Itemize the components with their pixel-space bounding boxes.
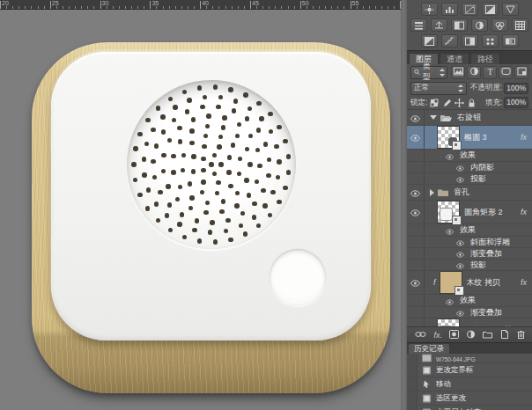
brightness-contrast-adjustment-button[interactable] (421, 3, 438, 16)
exposure-adjustment-button[interactable] (482, 3, 499, 16)
new-fill-adjustment-layer-button[interactable] (466, 330, 476, 340)
lock-all-icon[interactable] (467, 95, 477, 111)
color-lookup-adjustment-button[interactable] (512, 18, 528, 32)
effect-row[interactable]: 效果 (407, 150, 532, 162)
effect-row[interactable]: 效果 (407, 295, 532, 307)
expand-triangle-icon[interactable] (430, 189, 434, 196)
effect-row[interactable]: 渐变叠加 (407, 307, 532, 318)
icon-round-button (270, 249, 326, 305)
vibrance-adjustment-button[interactable] (502, 3, 519, 16)
threshold-adjustment-button[interactable] (462, 34, 478, 48)
grille-dot (175, 197, 180, 201)
layer-fx-badge[interactable]: fx (521, 326, 527, 326)
visibility-toggle[interactable] (407, 201, 425, 223)
levels-adjustment-button[interactable] (441, 3, 458, 16)
black-white-adjustment-button[interactable] (451, 18, 468, 32)
effect-row[interactable]: 投影 (407, 173, 532, 185)
visibility-toggle[interactable] (407, 318, 425, 326)
fill-value[interactable]: 100% (504, 97, 528, 108)
visibility-toggle[interactable] (407, 237, 425, 247)
history-row[interactable]: 更改定界框 (407, 363, 532, 377)
channel-mixer-adjustment-button[interactable] (491, 18, 508, 32)
visibility-toggle[interactable] (407, 150, 425, 161)
tab-通道[interactable]: 通道 (440, 53, 469, 64)
layer-fx-badge[interactable]: fx (521, 208, 527, 216)
tab-history[interactable]: 历史记录 (409, 344, 449, 354)
history-source-well[interactable] (407, 406, 417, 410)
history-source-well[interactable] (407, 392, 417, 405)
selective-color-adjustment-button[interactable] (482, 34, 499, 48)
exposure-icon (485, 2, 495, 18)
layer-thumbnail[interactable] (437, 318, 460, 326)
layer-thumbnail[interactable] (437, 126, 460, 149)
history-row[interactable]: 移动 (407, 377, 532, 392)
layer-filter-type-select[interactable]: 类型 (410, 66, 447, 79)
layer-group-row[interactable]: 右旋钮 (407, 110, 532, 126)
filter-type-layers-button[interactable]: T (483, 66, 497, 79)
effect-row[interactable]: 斜面和浮雕 (407, 237, 532, 248)
link-layers-button[interactable] (415, 331, 426, 340)
layer-fx-badge[interactable]: fx (521, 133, 527, 142)
visibility-toggle[interactable] (407, 260, 425, 270)
lock-transparent-pixels-icon[interactable] (430, 95, 440, 111)
effect-row[interactable]: 内阴影 (407, 162, 532, 173)
layer-row[interactable]: 椭圆 3fx (407, 126, 532, 150)
filter-smart-objects-button[interactable] (514, 66, 528, 79)
hue-saturation-adjustment-button[interactable] (410, 18, 427, 32)
visibility-toggle[interactable] (407, 110, 425, 125)
tab-路径[interactable]: 路径 (470, 53, 500, 64)
color-balance-adjustment-button[interactable] (431, 18, 447, 32)
history-source-well[interactable] (407, 354, 417, 362)
lock-image-pixels-icon[interactable] (442, 95, 452, 111)
curves-adjustment-button[interactable] (462, 3, 478, 16)
filter-shape-layers-button[interactable] (499, 66, 513, 79)
layer-row[interactable]: f木纹 拷贝fx (407, 271, 532, 295)
layer-thumbnail[interactable] (437, 201, 460, 223)
visibility-toggle[interactable] (407, 126, 425, 149)
visibility-toggle[interactable] (407, 173, 425, 184)
horizontal-ruler[interactable]: 2025303540455055 (0, 0, 401, 10)
history-source-well[interactable] (407, 363, 417, 377)
gradient-map-adjustment-button[interactable] (502, 34, 519, 48)
photo-filter-adjustment-button[interactable] (471, 18, 488, 32)
posterize-adjustment-button[interactable] (441, 34, 458, 48)
history-row[interactable]: 水平居中对齐 (407, 406, 532, 410)
layer-thumbnail[interactable] (440, 271, 462, 294)
lock-position-icon[interactable] (454, 95, 464, 111)
effect-row[interactable]: 投影 (407, 260, 532, 271)
document-canvas[interactable] (0, 10, 401, 410)
layer-group-row[interactable]: 音孔 (407, 185, 532, 201)
grille-dot (228, 238, 233, 242)
filter-adjustment-layers-button[interactable] (467, 66, 481, 79)
blend-mode-select[interactable]: 正常 (410, 82, 467, 95)
layer-row[interactable]: 圆角矩形 2fx (407, 201, 532, 224)
layer-row[interactable]: 圆角矩形 2 拷贝fx (407, 318, 532, 326)
add-layer-style-button[interactable]: fx. (433, 331, 442, 340)
opacity-value[interactable]: 100% (504, 83, 528, 94)
effect-row[interactable]: 效果 (407, 224, 532, 237)
grille-dot (133, 178, 137, 182)
layer-fx-badge[interactable]: fx (521, 278, 527, 287)
visibility-toggle[interactable] (407, 224, 425, 236)
new-layer-button[interactable] (499, 330, 509, 340)
history-row[interactable]: 选区更改 (407, 392, 532, 406)
delete-layer-button[interactable] (516, 330, 526, 340)
filter-pixel-layers-button[interactable] (451, 66, 465, 79)
new-group-button[interactable] (483, 330, 492, 340)
visibility-toggle[interactable] (407, 162, 425, 172)
history-row[interactable]: W750-644.JPG (407, 354, 532, 363)
effect-row[interactable]: 渐变叠加 (407, 248, 532, 260)
blend-mode-value: 正常 (414, 83, 429, 93)
visibility-toggle[interactable] (407, 307, 425, 318)
visibility-toggle[interactable] (407, 185, 425, 200)
visibility-toggle[interactable] (407, 295, 425, 306)
grille-dot (247, 193, 251, 197)
grille-dot (228, 184, 233, 188)
visibility-toggle[interactable] (407, 271, 425, 294)
collapse-triangle-icon[interactable] (430, 115, 437, 120)
history-source-well[interactable] (407, 377, 417, 391)
visibility-toggle[interactable] (407, 248, 425, 259)
invert-adjustment-button[interactable] (421, 34, 438, 48)
grille-dot (168, 97, 173, 101)
add-layer-mask-button[interactable] (449, 330, 459, 340)
